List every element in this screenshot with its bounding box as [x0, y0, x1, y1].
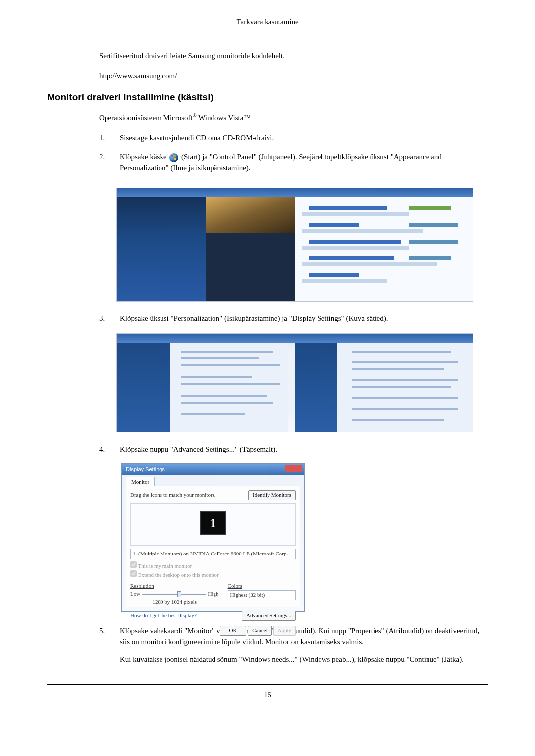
monitor-icon[interactable]: 1 — [200, 511, 226, 535]
intro-url: http://www.samsung.com/ — [99, 71, 478, 82]
checkbox-extend-desktop: Extend the desktop onto this monitor — [130, 572, 219, 578]
cancel-button[interactable]: Cancel — [248, 626, 272, 636]
svg-rect-1 — [171, 155, 173, 157]
advanced-settings-button[interactable]: Advanced Settings... — [242, 611, 296, 621]
step-number-4: 4. — [99, 444, 108, 455]
monitor-select-dropdown[interactable]: 1. (Multiple Monitors) on NVIDIA GeForce… — [130, 549, 296, 559]
os-prefix: Operatsioonisüsteem Microsoft — [99, 114, 193, 122]
step2-text-a: Klõpsake käske — [120, 153, 168, 161]
step-body-3: Klõpsake üksusi "Personalization" (Isiku… — [120, 313, 488, 324]
colors-label: Colors — [228, 582, 296, 590]
apply-button: Apply — [273, 626, 296, 636]
checkbox-main-monitor: This is my main monitor — [130, 563, 192, 569]
colors-dropdown[interactable]: Highest (32 bit) — [228, 590, 296, 600]
identify-monitors-button[interactable]: Identify Monitors — [248, 490, 296, 500]
header-rule — [47, 31, 488, 31]
page-number: 16 — [47, 690, 488, 701]
checkbox-main-monitor-input — [130, 561, 137, 568]
slider-high-label: High — [208, 590, 219, 598]
intro-paragraph-1: Sertifitseeritud draiveri leiate Samsung… — [99, 51, 478, 62]
step-body-5b: Kui kuvatakse joonisel näidatud sõnum "W… — [120, 655, 488, 665]
svg-rect-3 — [171, 158, 173, 160]
screenshot-personalization — [116, 333, 473, 432]
step-number-5: 5. — [99, 626, 108, 670]
resolution-label: Resolution — [130, 582, 219, 590]
start-button-icon — [169, 153, 179, 163]
slider-low-label: Low — [130, 590, 140, 598]
step-number-3: 3. — [99, 313, 108, 324]
resolution-value: 1280 by 1024 pixels — [130, 598, 219, 606]
screenshot-start-controlpanel — [116, 188, 473, 302]
checkbox-main-monitor-label: This is my main monitor — [138, 563, 192, 569]
checkbox-extend-desktop-label: Extend the desktop onto this monitor — [138, 572, 219, 578]
step-body-4: Klõpsake nuppu "Advanced Settings..." (T… — [120, 444, 488, 455]
svg-point-0 — [169, 153, 178, 162]
svg-rect-4 — [174, 158, 176, 160]
checkbox-extend-desktop-input — [130, 570, 137, 577]
ok-button[interactable]: OK — [220, 626, 247, 636]
drag-label: Drag the icons to match your monitors. — [130, 491, 216, 499]
os-line: Operatsioonisüsteem Microsoft® Windows V… — [99, 112, 478, 124]
os-suffix: Windows Vista™ — [197, 114, 251, 122]
section-title: Monitori draiveri installimine (käsitsi) — [47, 90, 488, 104]
close-icon[interactable] — [285, 465, 302, 472]
registered-mark: ® — [193, 113, 197, 118]
help-link[interactable]: How do I get the best display? — [130, 612, 197, 620]
step-body-2: Klõpsake käske — [120, 152, 488, 174]
svg-rect-2 — [174, 155, 176, 157]
resolution-slider[interactable] — [142, 591, 206, 598]
step-number-2: 2. — [99, 152, 108, 179]
step-body-1: Sisestage kasutusjuhendi CD oma CD-ROM-d… — [120, 133, 488, 144]
step-number-1: 1. — [99, 133, 108, 144]
footer-rule — [47, 684, 488, 685]
page-header: Tarkvara kasutamine — [47, 17, 488, 28]
screenshot-display-settings: Display Settings Monitor Drag the icons … — [121, 463, 305, 612]
dialog-title: Display Settings — [126, 466, 165, 472]
